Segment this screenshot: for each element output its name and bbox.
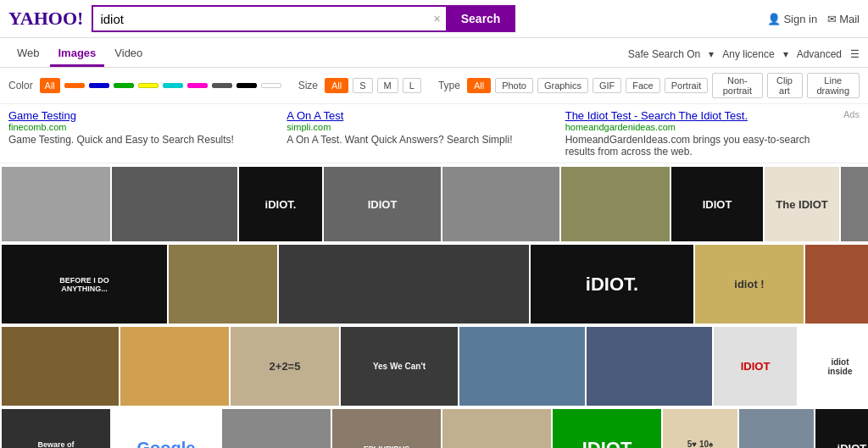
color-yellow[interactable] [138, 83, 159, 88]
header: YAHOO! × Search 👤 Sign in ✉ Mail [0, 0, 868, 38]
type-graphics[interactable]: Graphics [537, 78, 588, 93]
clear-button[interactable]: × [434, 12, 441, 25]
image-tile[interactable] [841, 167, 868, 241]
color-all[interactable]: All [40, 78, 60, 93]
image-tile[interactable]: BEFORE I DO ANYTHING... [2, 245, 167, 324]
color-green[interactable] [114, 83, 134, 88]
image-tile[interactable] [279, 245, 529, 324]
type-filter-group: Type All Photo Graphics GIF Face Portrai… [438, 73, 860, 98]
image-tile[interactable]: 2+2=5 [231, 327, 339, 406]
color-label: Color [8, 80, 33, 91]
color-white[interactable] [261, 83, 281, 88]
color-cyan[interactable] [163, 83, 183, 88]
ad-2: A On A Test simpli.com A On A Test. Want… [287, 109, 548, 158]
image-row: iDIOT.IDIOTIDIOTThe IDIOT [2, 167, 866, 241]
color-black[interactable] [236, 83, 257, 88]
search-input[interactable] [92, 5, 445, 32]
search-button[interactable]: Search [446, 5, 516, 32]
ad-3: The Idiot Test - Search The Idiot Test. … [565, 109, 826, 158]
image-tile[interactable] [169, 245, 277, 324]
ad-1-desc: Game Testing. Quick and Easy to Search R… [8, 134, 270, 146]
image-tile[interactable]: EPLIURIBUS [332, 409, 441, 448]
ad-1-title[interactable]: Game Testing [8, 109, 270, 122]
color-filter-group: Color All [8, 78, 281, 93]
image-tile[interactable]: iDIOT. [239, 167, 322, 241]
size-s[interactable]: S [353, 78, 372, 93]
yahoo-logo: YAHOO! [8, 8, 83, 30]
image-grid: iDIOT.IDIOTIDIOTThe IDIOTBEFORE I DO ANY… [0, 163, 868, 448]
type-all[interactable]: All [467, 78, 491, 93]
ads-label: Ads [843, 109, 860, 158]
licence-toggle[interactable]: Any licence [722, 48, 774, 60]
image-tile[interactable] [442, 409, 551, 448]
safe-search-area: Safe Search On ▾ Any licence ▾ Advanced … [628, 48, 860, 60]
safe-search-toggle[interactable]: Safe Search On [628, 48, 700, 60]
filters: Color All Size All S M L Type All Photo … [0, 68, 868, 104]
nav: Web Images Video Safe Search On ▾ Any li… [0, 38, 868, 68]
image-tile[interactable] [459, 327, 585, 406]
image-tile[interactable] [2, 327, 119, 406]
image-tile[interactable] [561, 167, 670, 241]
image-tile[interactable]: IDIOT [553, 409, 661, 448]
color-blue[interactable] [89, 83, 109, 88]
image-tile[interactable]: IDIOT [714, 327, 797, 406]
settings-icon: ☰ [850, 48, 860, 60]
ad-2-title[interactable]: A On A Test [287, 109, 548, 122]
image-tile[interactable]: The IDIOT [765, 167, 839, 241]
image-tile[interactable]: Beware of the Idiots [2, 409, 110, 448]
type-photo[interactable]: Photo [495, 78, 533, 93]
color-pink[interactable] [187, 83, 208, 88]
image-tile[interactable]: iDIOT. [531, 245, 693, 324]
size-m[interactable]: M [377, 78, 398, 93]
color-darkgray[interactable] [212, 83, 232, 88]
image-tile[interactable] [222, 409, 331, 448]
type-portrait[interactable]: Portrait [665, 78, 708, 93]
tab-web[interactable]: Web [8, 41, 48, 67]
image-tile[interactable]: iDIOT. [815, 409, 868, 448]
sign-in-link[interactable]: 👤 Sign in [767, 13, 817, 25]
mail-link[interactable]: ✉ Mail [827, 13, 860, 25]
ad-1: Game Testing finecomb.com Game Testing. … [8, 109, 270, 158]
ads-area: Game Testing finecomb.com Game Testing. … [0, 104, 868, 163]
image-tile[interactable]: idiot inside [798, 327, 868, 406]
image-tile[interactable]: 5♥ 10♠ 2♦ [663, 409, 737, 448]
image-tile[interactable] [120, 327, 229, 406]
type-clip-art[interactable]: Clip art [767, 73, 803, 98]
image-tile[interactable]: IDIOT [324, 167, 441, 241]
tab-images[interactable]: Images [50, 41, 105, 67]
type-label: Type [438, 80, 460, 91]
ad-3-desc: HomeandGardenIdeas.com brings you easy-t… [565, 134, 826, 158]
image-tile[interactable] [2, 167, 110, 241]
image-tile[interactable] [739, 409, 814, 448]
type-non-portrait[interactable]: Non-portrait [712, 73, 762, 98]
image-tile[interactable] [442, 167, 559, 241]
search-input-wrap: × [92, 5, 445, 32]
ad-3-url: homeandgardenideas.com [565, 122, 826, 132]
type-line-drawing[interactable]: Line drawing [807, 73, 860, 98]
mail-icon: ✉ [827, 13, 837, 25]
header-right: 👤 Sign in ✉ Mail [767, 13, 860, 25]
size-label: Size [298, 80, 318, 91]
size-all[interactable]: All [325, 78, 348, 93]
size-l[interactable]: L [403, 78, 421, 93]
user-icon: 👤 [767, 13, 781, 25]
image-row: Beware of the IdiotsGoogleEPLIURIBUSIDIO… [2, 409, 866, 448]
size-filter-group: Size All S M L [298, 78, 421, 93]
image-tile[interactable]: IDIOT [671, 167, 763, 241]
ad-3-title[interactable]: The Idiot Test - Search The Idiot Test. [565, 109, 826, 122]
image-tile[interactable]: Yes We Can't [341, 327, 458, 406]
ad-1-url: finecomb.com [8, 122, 270, 132]
image-row: BEFORE I DO ANYTHING...iDIOT.idiot ! [2, 245, 866, 324]
type-gif[interactable]: GIF [593, 78, 621, 93]
tab-video[interactable]: Video [106, 41, 151, 67]
color-orange[interactable] [64, 83, 85, 88]
image-tile[interactable]: Google [112, 409, 220, 448]
advanced-link[interactable]: Advanced [797, 48, 842, 60]
ad-2-desc: A On A Test. Want Quick Answers? Search … [287, 134, 548, 146]
image-tile[interactable] [587, 327, 712, 406]
image-tile[interactable] [805, 245, 868, 324]
type-face[interactable]: Face [626, 78, 659, 93]
image-tile[interactable]: idiot ! [695, 245, 804, 324]
ad-2-url: simpli.com [287, 122, 548, 132]
image-tile[interactable] [112, 167, 237, 241]
